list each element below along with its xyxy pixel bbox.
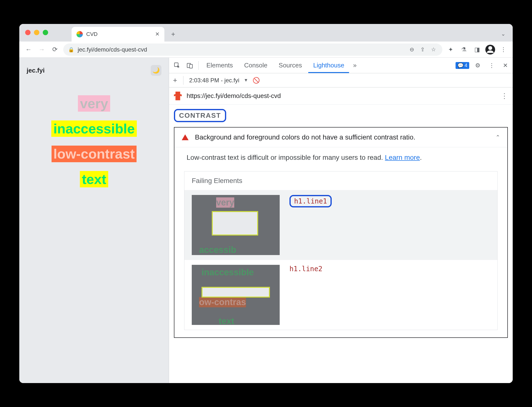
clear-report-icon[interactable]: 🚫 [253,77,260,84]
lighthouse-icon [174,92,182,100]
device-toggle-icon[interactable] [184,62,195,69]
browser-tab[interactable]: CVD ✕ [72,27,164,42]
element-thumbnail: very accessib [192,195,280,255]
tab-console[interactable]: Console [239,58,272,73]
content-area: jec.fyi 🌙 very inaccessible low-contrast… [19,58,513,383]
failing-element-row[interactable]: very accessib h1.line1 [184,190,497,260]
extensions-icon[interactable]: ✦ [446,45,456,54]
tabs-overflow-icon[interactable]: » [351,58,359,73]
devtools-close-icon[interactable]: ✕ [500,62,510,69]
report-url-bar: https://jec.fyi/demo/cds-quest-cvd ⋮ [169,87,513,105]
report-menu-icon[interactable]: ⋮ [501,92,508,100]
audit-title: Background and foreground colors do not … [195,133,489,141]
window-controls [25,30,48,35]
window-maximize-button[interactable] [43,30,48,35]
tab-sources[interactable]: Sources [274,58,307,73]
feedback-count: 4 [465,63,467,68]
report-url: https://jec.fyi/demo/cds-quest-cvd [187,92,496,100]
audit-desc-post: . [420,154,422,161]
demo-line-2: inaccessible [51,120,137,137]
profile-avatar[interactable] [485,45,495,54]
lock-icon: 🔒 [68,47,74,53]
tab-lighthouse[interactable]: Lighthouse [308,58,349,73]
labs-icon[interactable]: ⚗ [459,45,469,54]
lighthouse-toolbar: + 2:03:48 PM - jec.fyi ▼ 🚫 [169,73,513,87]
warning-triangle-icon [182,134,189,140]
tab-close-icon[interactable]: ✕ [155,31,160,37]
inspect-element-icon[interactable] [171,62,183,69]
window-minimize-button[interactable] [34,30,39,35]
feedback-badge[interactable]: 💬 4 [456,62,469,69]
new-tab-button[interactable]: + [169,30,178,39]
settings-gear-icon[interactable]: ⚙ [473,62,483,69]
failing-element-row[interactable]: inaccessible ow-contras text h1.line2 [184,260,497,330]
demo-line-1: very [78,95,110,112]
learn-more-link[interactable]: Learn more [385,154,420,161]
dark-mode-toggle[interactable]: 🌙 [151,65,161,76]
page-header: jec.fyi 🌙 [27,65,161,76]
demo-line-3: low-contrast [52,146,137,162]
rendered-page: jec.fyi 🌙 very inaccessible low-contrast… [19,58,169,383]
bookmark-icon[interactable]: ☆ [430,46,437,53]
url-text: jec.fyi/demo/cds-quest-cvd [78,46,405,53]
audit-header[interactable]: Background and foreground colors do not … [174,128,507,147]
demo-line-4: text [80,171,108,187]
menu-icon[interactable]: ⋮ [499,45,508,54]
element-selector: h1.line1 [289,195,332,207]
failing-elements-box: Failing Elements very accessib h1.line1 [184,171,498,330]
devtools-menu-icon[interactable]: ⋮ [486,62,497,69]
favicon-icon [76,31,83,37]
demo-text-block: very inaccessible low-contrast text [27,95,161,187]
section-contrast-label: CONTRAST [174,109,226,122]
failing-elements-label: Failing Elements [184,171,497,190]
new-report-button[interactable]: + [173,76,177,85]
tab-strip: CVD ✕ + [72,24,178,42]
svg-rect-2 [190,64,192,68]
element-selector: h1.line2 [289,265,322,273]
back-button[interactable]: ← [24,45,33,54]
titlebar: CVD ✕ + ⌄ [19,24,513,42]
reload-button[interactable]: ⟳ [50,45,60,54]
browser-window: CVD ✕ + ⌄ ← → ⟳ 🔒 jec.fyi/demo/cds-quest… [19,24,513,383]
snapshot-dropdown-icon[interactable]: ▼ [244,78,248,83]
zoom-icon[interactable]: ⊖ [408,46,415,53]
report-snapshot-label: 2:03:48 PM - jec.fyi [189,77,239,84]
sidepanel-icon[interactable]: ◨ [472,45,482,54]
toolbar: ← → ⟳ 🔒 jec.fyi/demo/cds-quest-cvd ⊖ ⇪ ☆… [19,42,513,58]
element-thumbnail: inaccessible ow-contras text [192,265,280,325]
audit-desc-text: Low-contrast text is difficult or imposs… [187,154,385,161]
window-close-button[interactable] [25,30,31,35]
devtools-tabbar: Elements Console Sources Lighthouse » 💬 … [169,58,513,73]
report-body: CONTRAST Background and foreground color… [169,105,513,383]
share-icon[interactable]: ⇪ [419,46,426,53]
tab-overflow-icon[interactable]: ⌄ [501,31,505,37]
audit-description: Low-contrast text is difficult or imposs… [174,147,507,168]
chevron-up-icon[interactable]: ⌃ [496,134,500,140]
site-title: jec.fyi [27,67,45,74]
forward-button[interactable]: → [37,45,47,54]
tab-title: CVD [86,31,152,37]
devtools-panel: Elements Console Sources Lighthouse » 💬 … [169,58,513,383]
tab-elements[interactable]: Elements [202,58,238,73]
audit-card: Background and foreground colors do not … [174,127,508,338]
address-bar[interactable]: 🔒 jec.fyi/demo/cds-quest-cvd ⊖ ⇪ ☆ [63,43,442,56]
